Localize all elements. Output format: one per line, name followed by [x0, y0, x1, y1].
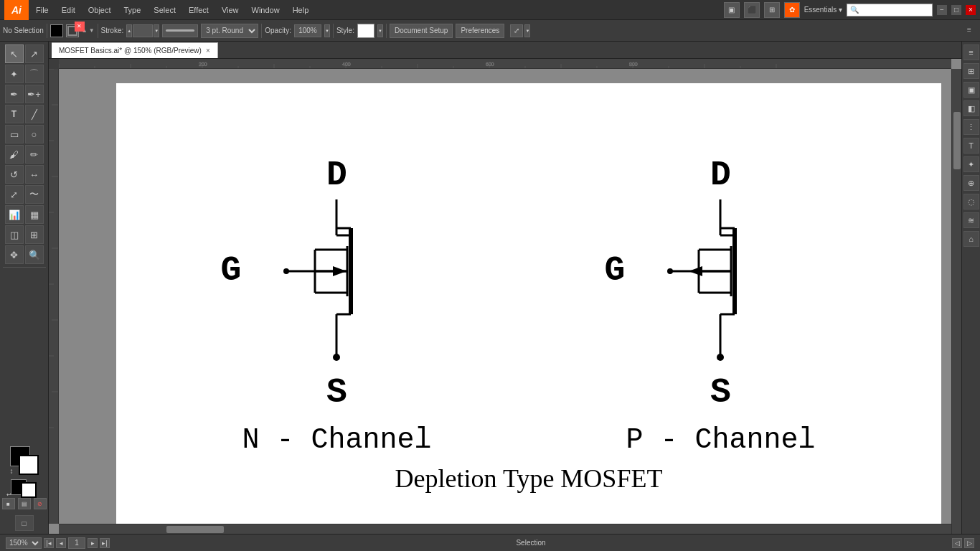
document-tab[interactable]: MOSFET Basics.ai* @ 150% (RGB/Preview) × — [52, 42, 218, 58]
menu-effect[interactable]: Effect — [183, 4, 215, 17]
preferences-btn[interactable]: Preferences — [456, 24, 504, 38]
document-setup-btn[interactable]: Document Setup — [390, 24, 453, 38]
zoom-select[interactable]: 150% — [6, 537, 42, 549]
line-tool[interactable]: ╱ — [25, 105, 44, 123]
menu-view[interactable]: View — [216, 4, 245, 17]
scale-tool[interactable]: ⤢ — [5, 185, 24, 204]
toolbar-options[interactable]: ≡ — [967, 26, 977, 36]
mesh-tool[interactable]: ⊞ — [25, 225, 44, 244]
lasso-tool[interactable]: ⌒ — [25, 65, 44, 83]
arrange-mode-btn[interactable]: ⤢ — [510, 24, 523, 37]
add-anchor-tool[interactable]: ✒+ — [25, 85, 44, 103]
warp-tool[interactable]: 〜 — [25, 185, 44, 204]
right-panel-btn-3[interactable]: ▣ — [963, 82, 979, 98]
right-panel-btn-4[interactable]: ◧ — [963, 100, 979, 116]
right-panel-btn-5[interactable]: ⋮ — [963, 119, 979, 135]
selection-tool[interactable]: ↖ — [5, 44, 24, 63]
menu-select[interactable]: Select — [148, 4, 182, 17]
restore-btn[interactable]: □ — [951, 5, 961, 15]
stroke-box[interactable] — [21, 482, 37, 498]
artboard-view[interactable]: □ — [15, 515, 34, 531]
rect-tool[interactable]: ▭ — [5, 125, 24, 143]
arrange-icon[interactable]: ▣ — [724, 2, 740, 18]
tool-divider — [3, 267, 46, 268]
color-area: ↕ ↩ ■ ▤ ⊘ — [2, 446, 47, 509]
svg-text:400: 400 — [342, 62, 351, 67]
type-tool[interactable]: T — [5, 105, 24, 123]
style-arrow[interactable]: ▼ — [377, 24, 383, 37]
right-panel-btn-7[interactable]: ✦ — [963, 156, 979, 172]
menu-type[interactable]: Type — [118, 4, 147, 17]
magic-wand-tool[interactable]: ✦ — [5, 65, 24, 83]
direct-selection-tool[interactable]: ↗ — [25, 44, 44, 63]
status-nav-btn[interactable]: ▷ — [964, 538, 974, 548]
swap-colors[interactable]: ↕ — [10, 467, 14, 475]
menu-window[interactable]: Window — [246, 4, 286, 17]
svg-marker-46 — [333, 266, 347, 276]
tab-close-btn[interactable]: × — [206, 47, 210, 55]
paintbrush-tool[interactable]: 🖌 — [5, 145, 24, 164]
right-panel-btn-6[interactable]: T — [963, 138, 979, 154]
none-mode-btn[interactable]: ⊘ — [34, 498, 47, 509]
menu-edit[interactable]: Edit — [56, 4, 81, 17]
arrange-arrow[interactable]: ▼ — [524, 24, 530, 37]
search-box[interactable]: 🔍 — [847, 4, 933, 17]
h-scrollbar-thumb[interactable] — [166, 526, 224, 533]
svg-point-49 — [283, 268, 289, 274]
canvas-scroll[interactable]: 200 400 600 800 — [49, 59, 961, 534]
last-page-btn[interactable]: ▸| — [100, 538, 110, 548]
v-scrollbar[interactable] — [951, 69, 961, 534]
move-tool[interactable]: ✥ — [5, 245, 24, 264]
stroke-up[interactable]: ▲ — [126, 24, 132, 37]
stroke-width-input[interactable] — [133, 24, 153, 37]
right-panel-btn-11[interactable]: ⌂ — [963, 231, 979, 247]
next-page-btn[interactable]: ▸ — [88, 538, 98, 548]
reflect-tool[interactable]: ↔ — [25, 165, 44, 184]
prev-page-btn[interactable]: ◂ — [56, 538, 66, 548]
menu-object[interactable]: Object — [83, 4, 117, 17]
opacity-input[interactable] — [294, 24, 321, 37]
right-panel-btn-9[interactable]: ◌ — [963, 194, 979, 209]
svg-point-66 — [667, 268, 673, 274]
bridge-icon[interactable]: ⬛ — [744, 2, 760, 18]
h-scrollbar[interactable] — [59, 524, 951, 534]
stroke-color[interactable] — [19, 455, 39, 475]
first-page-btn[interactable]: |◂ — [44, 538, 54, 548]
page-input[interactable] — [68, 537, 85, 549]
divider-4 — [333, 24, 334, 38]
color-mode-btn[interactable]: ■ — [2, 498, 15, 509]
gradient-tool[interactable]: ◫ — [5, 225, 24, 244]
ellipse-tool[interactable]: ○ — [25, 125, 44, 143]
stroke-down[interactable]: ▼ — [154, 24, 159, 37]
gradient-mode-btn[interactable]: ▤ — [18, 498, 31, 509]
right-panel-btn-10[interactable]: ≋ — [963, 212, 979, 228]
graph-tool[interactable]: 📊 — [5, 205, 24, 224]
reset-colors[interactable]: ↩ — [6, 491, 11, 498]
menu-file[interactable]: File — [30, 4, 55, 17]
kuler-icon[interactable]: ✿ — [784, 2, 800, 18]
p-channel-symbol — [649, 199, 792, 372]
workspace-icon[interactable]: ⊞ — [764, 2, 780, 18]
color-swatches[interactable]: ↕ — [10, 446, 39, 475]
right-panel-btn-1[interactable]: ≡ — [963, 44, 979, 60]
v-scrollbar-thumb[interactable] — [953, 112, 961, 169]
close-btn[interactable]: × — [966, 5, 976, 15]
stroke-style-select[interactable]: 3 pt. Round — [201, 24, 258, 38]
n-channel-symbol — [265, 199, 408, 372]
column-tool[interactable]: ▦ — [25, 205, 44, 224]
p-channel-mosfet: D — [626, 158, 815, 456]
pen-tool[interactable]: ✒ — [5, 85, 24, 103]
status-info-btn[interactable]: ◁ — [952, 538, 962, 548]
zoom-tool[interactable]: 🔍 — [25, 245, 44, 264]
pencil-tool[interactable]: ✏ — [25, 145, 44, 164]
depletion-label: Depletion Type MOSFET — [395, 463, 663, 494]
minimize-btn[interactable]: − — [937, 5, 947, 15]
opacity-arrow[interactable]: ▼ — [324, 24, 330, 37]
tool-row-8: ⤢ 〜 — [5, 185, 44, 204]
app-logo: Ai — [4, 0, 29, 20]
fill-swatch[interactable] — [50, 24, 63, 37]
right-panel-btn-8[interactable]: ⊕ — [963, 175, 979, 191]
menu-help[interactable]: Help — [287, 4, 315, 17]
rotate-tool[interactable]: ↺ — [5, 165, 24, 184]
right-panel-btn-2[interactable]: ⊞ — [963, 63, 979, 79]
